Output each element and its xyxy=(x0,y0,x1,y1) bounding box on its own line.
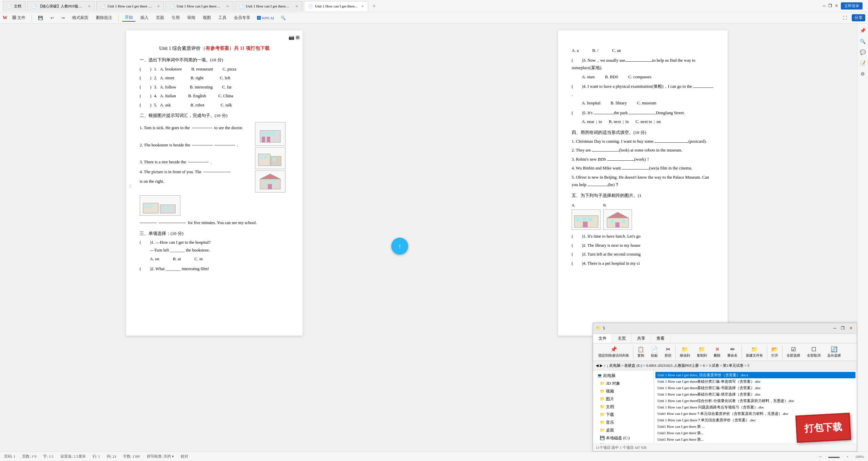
right-q5-blank2 xyxy=(629,114,656,114)
fe-btn-selectall[interactable]: ☑ 全部选择 xyxy=(784,345,803,359)
fe-file-5[interactable]: Unit 1 How can I get there综合分析-分值量化试卷（含答… xyxy=(655,398,855,404)
menu-file[interactable]: ☰ 文件 xyxy=(9,14,28,21)
ribbon-tools[interactable]: 工具 xyxy=(216,14,229,21)
q2-bracket: ( ) xyxy=(140,74,151,82)
fe-btn-open[interactable]: 📂 打开 xyxy=(769,345,781,359)
tool-redo[interactable]: ↪ xyxy=(59,15,67,21)
tab-unit-q[interactable]: 📄 Unit 1 How can I get there？★... ✕ xyxy=(165,1,233,11)
fe-nav-up[interactable]: ↑ xyxy=(604,364,606,368)
fe-tree-3d[interactable]: 📁 3D 对象 xyxy=(593,380,654,387)
tab-heartbeat-close[interactable]: ✕ xyxy=(88,4,91,8)
sidebar-icon-4[interactable]: 📝 xyxy=(859,59,867,67)
tool-save[interactable]: 💾 xyxy=(35,15,46,21)
fe-file-3[interactable]: Unit 1 How can I get there基础分类汇编-书面选择（含答… xyxy=(655,385,855,391)
fe-tree-music[interactable]: 📁 音乐 xyxy=(593,419,654,426)
login-button[interactable]: 立即登录 xyxy=(841,2,863,9)
capture-icon[interactable]: 📷 xyxy=(289,33,294,42)
fe-btn-paste[interactable]: 📄 粘贴 xyxy=(648,345,660,359)
sidebar-icon-5[interactable]: ⚙ xyxy=(859,70,867,78)
fe-tab-view[interactable]: 查看 xyxy=(651,334,670,343)
zoom-out[interactable]: ─ xyxy=(819,455,822,459)
status-spell[interactable]: 拼写检查: 关闭 ▾ xyxy=(147,454,174,459)
tool-undo[interactable]: ↩ xyxy=(48,15,57,21)
fe-nav-back[interactable]: ◀ xyxy=(596,363,598,368)
status-proofread[interactable]: 校对 xyxy=(181,454,188,459)
fe-btn-rename[interactable]: ✏ 重命名 xyxy=(725,345,740,359)
q4-row: ( ) 4. A. Italian B. English C. China xyxy=(140,92,289,100)
fe-btn-invertselect[interactable]: 🔄 反向选择 xyxy=(825,345,844,359)
fe-file-4[interactable]: Unit 1 How can I get there基础分类汇编-填空选择（含答… xyxy=(655,391,855,398)
ribbon-review[interactable]: 审阅 xyxy=(184,14,198,21)
download-badge[interactable]: 打包下载 xyxy=(795,413,851,443)
fe-btn-copy[interactable]: 📋 复制 xyxy=(635,345,647,359)
fill-q2-dot: . xyxy=(237,141,238,149)
zoom-slider[interactable]: ▬▬▬ xyxy=(828,455,840,459)
ribbon-view[interactable]: 视图 xyxy=(200,14,214,21)
fe-tree-download[interactable]: 📁 下载 xyxy=(593,411,654,419)
ribbon-vip[interactable]: 会员专享 xyxy=(231,14,253,21)
fe-tree-pic[interactable]: 📁 图片 xyxy=(593,395,654,403)
window-minimize[interactable]: ─ xyxy=(823,3,826,8)
fe-btn-delete[interactable]: ✕ 删除 xyxy=(711,345,723,359)
fe-tab-file[interactable]: 文件 xyxy=(593,334,612,343)
tab-heartbeat[interactable]: 📄 【核心突破】人教PEP版英语六年级... ✕ xyxy=(27,1,95,11)
fe-minimize[interactable]: ─ xyxy=(832,326,837,331)
fe-tree-c[interactable]: 💾 本地磁盘 (C:) xyxy=(593,434,654,442)
tool-delete-note[interactable]: 删除批注 xyxy=(93,14,115,21)
fe-btn-quickaccess[interactable]: 📌 固定到快速访问列表 xyxy=(596,345,632,359)
window-restore[interactable]: ❐ xyxy=(828,3,832,8)
tab-unit-active-close[interactable]: ✕ xyxy=(361,4,364,8)
copyto-icon: 📁 xyxy=(698,346,705,353)
status-total: 页数: 1/9 xyxy=(22,454,36,459)
fill-q2-blank1 xyxy=(192,145,213,145)
ribbon-start[interactable]: 开始 xyxy=(122,14,136,22)
separator2 xyxy=(118,15,119,21)
fe-tree-computer[interactable]: 💻 此电脑 xyxy=(593,372,654,380)
sidebar-icon-3[interactable]: 💬 xyxy=(859,48,867,56)
fe-btn-newfolder[interactable]: 📁 新建文件夹 xyxy=(743,345,766,359)
fe-restore[interactable]: ❐ xyxy=(840,326,846,331)
share-btn[interactable]: 分享 xyxy=(852,14,865,21)
fe-btn-move[interactable]: 📁 移动到 xyxy=(677,345,693,359)
fe-tab-share[interactable]: 共享 xyxy=(632,334,651,343)
tab-unit-part[interactable]: 📄 Unit 1 How can I get there Part... ✕ xyxy=(96,1,164,11)
zoom-in[interactable]: + xyxy=(846,455,848,459)
selectall-icon: ☑ xyxy=(791,346,796,353)
fe-file-6[interactable]: Unit 1 How can I get there 问题及插路考点专项练习（含… xyxy=(655,404,855,410)
fullscreen-btn[interactable]: ⛶ xyxy=(840,15,850,21)
fe-btn-copyto[interactable]: 📁 复制到 xyxy=(694,345,710,359)
scroll-up-button[interactable]: ↑ xyxy=(391,238,408,255)
pic-b-img xyxy=(603,209,632,230)
tab-unit-part-close[interactable]: ✕ xyxy=(157,4,160,8)
fe-btn-selectnone[interactable]: ☐ 全部取消 xyxy=(804,345,823,359)
ribbon-insert[interactable]: 插入 xyxy=(138,14,151,21)
building-img4-container xyxy=(140,195,180,216)
fe-btn-cut[interactable]: ✂ 剪切 xyxy=(662,345,674,359)
fe-tree-desktop[interactable]: 📁 桌面 xyxy=(593,426,654,434)
expand-icon[interactable]: ⊞ xyxy=(296,33,300,42)
fe-close[interactable]: ✕ xyxy=(848,326,854,331)
tool-format[interactable]: 格式刷页 xyxy=(70,14,91,21)
wps-ai-btn[interactable]: 🅰 WPS AI xyxy=(255,16,276,20)
fe-tab-home[interactable]: 主页 xyxy=(612,334,632,343)
fe-tree-doc[interactable]: 📁 文档 xyxy=(593,403,654,411)
ribbon-ref[interactable]: 引用 xyxy=(169,14,182,21)
search-btn[interactable]: 🔍 xyxy=(278,15,289,21)
fe-file-2[interactable]: Unit 1 How can I get there基础分类汇编-单选填写（含答… xyxy=(655,378,855,385)
fe-tree-video[interactable]: 📁 视频 xyxy=(593,387,654,395)
window-close[interactable]: ✕ xyxy=(835,3,838,8)
tab-unit-active[interactable]: 📄 Unit 1 How can I get there... ✕ xyxy=(304,1,368,11)
add-tab-button[interactable]: + xyxy=(370,1,379,11)
fe-separator1 xyxy=(633,345,633,359)
tab-unit-easy[interactable]: 📄 Unit 1 How can I get there易错题... ✕ xyxy=(235,1,302,11)
tab-unit-part-label: Unit 1 How can I get there Part... xyxy=(107,4,154,8)
right-q-item3: ( )3. Turn left at the second crossing xyxy=(572,250,714,258)
sidebar-icon-1[interactable]: 📌 xyxy=(859,26,867,35)
ribbon-page[interactable]: 页面 xyxy=(153,14,167,21)
sidebar-icon-2[interactable]: 🔍 xyxy=(859,37,867,45)
tab-unit-q-close[interactable]: ✕ xyxy=(226,4,229,8)
fe-file-1[interactable]: Unit 1 How can I get there_综合素质评价（含答案）.d… xyxy=(655,372,855,378)
tab-doc[interactable]: 📄 文档 xyxy=(3,1,26,11)
tab-unit-easy-close[interactable]: ✕ xyxy=(295,4,298,8)
fe-nav-forward[interactable]: ▶ xyxy=(600,363,603,368)
